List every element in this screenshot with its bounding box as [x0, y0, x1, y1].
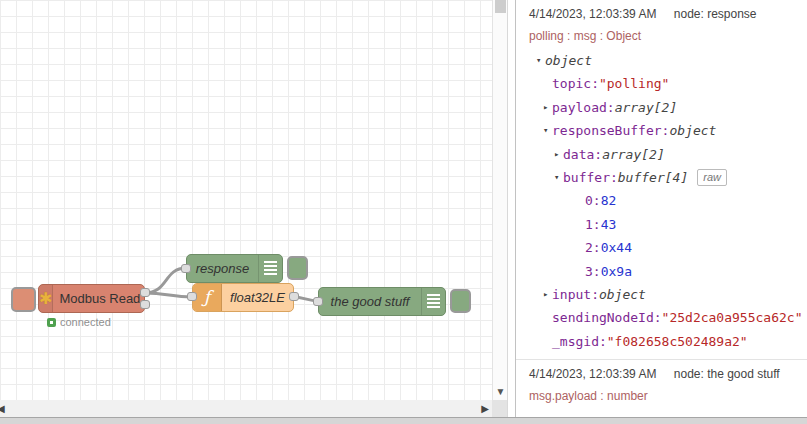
- debug-message-meta: 4/14/2023, 12:03:39 AM node: the good st…: [529, 367, 797, 381]
- tree-segment-type: array[2]: [615, 96, 678, 119]
- node-label: Modbus Read: [53, 291, 146, 306]
- debug-tree-row: 0: 82: [529, 189, 797, 212]
- debug-node-name: node: the good stuff: [674, 367, 780, 381]
- flow-canvas[interactable]: ✱ Modbus Read connected response ƒ float…: [0, 0, 492, 400]
- debug-message-path: msg.payload : number: [529, 389, 797, 403]
- twisty-open-icon[interactable]: ▾: [554, 166, 563, 189]
- debug-tree-row: 3: 0x9a: [529, 260, 797, 283]
- canvas-horizontal-scrollbar[interactable]: ◀ ▶: [0, 400, 492, 417]
- node-label: the good stuff: [319, 294, 421, 309]
- tree-segment-key: data:: [563, 143, 602, 166]
- raw-button[interactable]: raw: [697, 169, 727, 186]
- debug-tree-row: ▸input: object: [529, 283, 797, 306]
- debug-tree-row: topic: "polling": [529, 72, 797, 95]
- debug-tree-row: _msgid: "f082658c502489a2": [529, 330, 797, 353]
- goodstuff-input-port[interactable]: [313, 297, 323, 306]
- debug-message[interactable]: 4/14/2023, 12:03:39 AM node: response po…: [516, 0, 807, 359]
- tree-segment-key: input:: [552, 283, 599, 306]
- tree-segment-number: 0x44: [601, 236, 632, 259]
- debug-message[interactable]: 4/14/2023, 12:03:39 AM node: the good st…: [516, 359, 807, 417]
- wire-modbus-to-response[interactable]: [145, 268, 186, 293]
- twisty-closed-icon[interactable]: ▸: [554, 143, 563, 166]
- goodstuff-toggle-button[interactable]: [450, 289, 471, 313]
- debug-node-name: node: response: [674, 7, 757, 21]
- wire-layer: [0, 0, 492, 400]
- debug-tree-row: ▾buffer: buffer[4]raw: [529, 166, 797, 189]
- tree-segment-string: "f082658c502489a2": [607, 330, 748, 353]
- debug-tree-row: ▾responseBuffer: object: [529, 119, 797, 142]
- debug-payload-value: 1234.5677490234375: [529, 409, 797, 417]
- debug-timestamp: 4/14/2023, 12:03:39 AM: [529, 367, 656, 381]
- tree-segment-key: responseBuffer:: [552, 119, 669, 142]
- float32-input-port[interactable]: [187, 292, 197, 301]
- tree-segment-key: 1:: [585, 213, 601, 236]
- tree-segment-type: buffer[4]: [618, 166, 688, 189]
- debug-message-meta: 4/14/2023, 12:03:39 AM node: response: [529, 7, 797, 21]
- modbus-inject-button[interactable]: [11, 287, 36, 312]
- scroll-right-icon[interactable]: ▶: [481, 402, 489, 415]
- node-modbus-read[interactable]: ✱ Modbus Read: [38, 284, 145, 313]
- scrollbar-corner: [492, 400, 507, 417]
- tree-segment-number: 82: [601, 189, 617, 212]
- tree-segment-type: array[2]: [602, 143, 665, 166]
- response-input-port[interactable]: [181, 264, 191, 273]
- response-toggle-button[interactable]: [287, 256, 308, 280]
- tree-segment-string: "polling": [599, 72, 669, 95]
- debug-list-icon: [258, 255, 282, 282]
- node-label: response: [187, 261, 258, 276]
- tree-segment-type: object: [669, 119, 716, 142]
- debug-tree-row: ▸payload: array[2]: [529, 96, 797, 119]
- modbus-icon: ✱: [39, 285, 53, 312]
- scroll-down-icon[interactable]: ▼: [493, 386, 508, 398]
- tree-segment-key: buffer:: [563, 166, 618, 189]
- panel-splitter[interactable]: [507, 0, 516, 417]
- tree-segment-type: object: [599, 283, 646, 306]
- tree-segment-key: topic:: [552, 72, 599, 95]
- canvas-vertical-scrollbar[interactable]: ▼: [492, 0, 507, 400]
- debug-tree-row: ▸data: array[2]: [529, 143, 797, 166]
- wire-modbus-to-float32[interactable]: [145, 293, 192, 297]
- node-label: float32LE: [222, 290, 293, 305]
- debug-message-path: polling : msg : Object: [529, 29, 797, 43]
- twisty-open-icon[interactable]: ▾: [543, 119, 552, 142]
- window-bottom-edge: [0, 417, 807, 424]
- debug-tree-row: ▾object: [529, 49, 797, 72]
- tree-segment-key: 2:: [585, 236, 601, 259]
- tree-segment-key: payload:: [552, 96, 615, 119]
- node-response[interactable]: response: [186, 254, 283, 283]
- debug-sidebar[interactable]: 4/14/2023, 12:03:39 AM node: response po…: [516, 0, 807, 417]
- debug-timestamp: 4/14/2023, 12:03:39 AM: [529, 7, 656, 21]
- modbus-output-port-2[interactable]: [140, 300, 150, 309]
- tree-segment-type: object: [545, 49, 592, 72]
- function-icon: ƒ: [193, 284, 222, 311]
- node-float32le[interactable]: ƒ float32LE: [192, 283, 294, 312]
- node-red-window: ✱ Modbus Read connected response ƒ float…: [0, 0, 807, 424]
- modbus-output-port-1[interactable]: [140, 288, 150, 297]
- debug-tree: ▾objecttopic: "polling"▸payload: array[2…: [529, 49, 797, 353]
- status-text: connected: [60, 316, 111, 328]
- tree-segment-number: 0x9a: [601, 260, 632, 283]
- scroll-left-icon[interactable]: ◀: [0, 402, 5, 415]
- status-connected-icon: [47, 318, 56, 327]
- tree-segment-number: 43: [601, 213, 617, 236]
- tree-segment-key: 0:: [585, 189, 601, 212]
- tree-segment-key: 3:: [585, 260, 601, 283]
- twisty-closed-icon[interactable]: ▸: [543, 283, 552, 306]
- debug-tree-row: 1: 43: [529, 213, 797, 236]
- tree-segment-key: sendingNodeId:: [552, 306, 662, 329]
- debug-tree-row: sendingNodeId: "25d2ca0a955ca62c": [529, 306, 797, 329]
- modbus-status: connected: [47, 316, 111, 328]
- node-good-stuff[interactable]: the good stuff: [318, 287, 446, 316]
- tree-segment-key: _msgid:: [552, 330, 607, 353]
- tree-segment-string: "25d2ca0a955ca62c": [662, 306, 803, 329]
- twisty-open-icon[interactable]: ▾: [536, 49, 545, 72]
- vertical-scrollbar-thumb[interactable]: [495, 0, 506, 13]
- debug-tree-row: 2: 0x44: [529, 236, 797, 259]
- float32-output-port[interactable]: [289, 292, 299, 301]
- twisty-closed-icon[interactable]: ▸: [543, 96, 552, 119]
- debug-list-icon: [421, 288, 445, 315]
